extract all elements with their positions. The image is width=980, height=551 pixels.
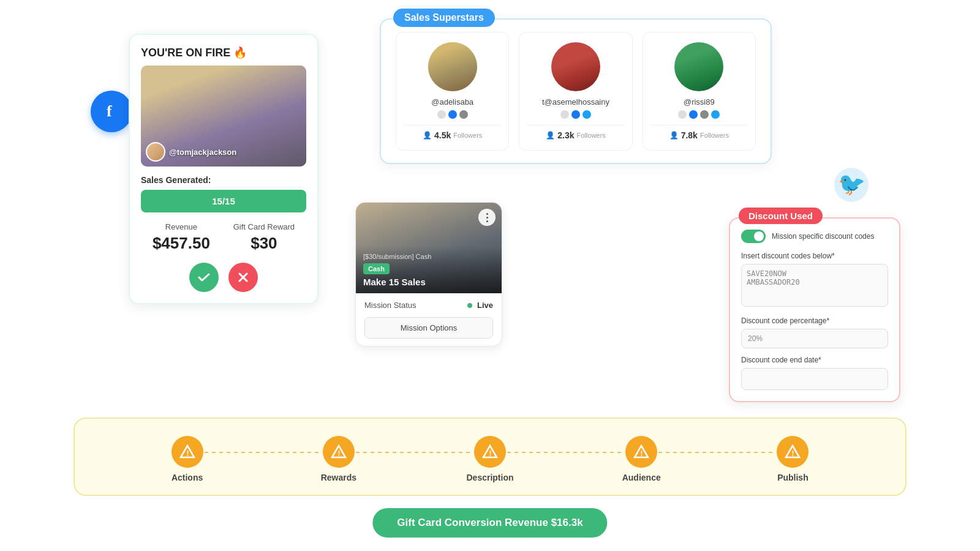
dot-fb-1 (448, 110, 457, 119)
social-dots-2 (527, 110, 624, 119)
followers-label-2: Followers (577, 132, 606, 139)
step-label-publish: Publish (777, 473, 809, 482)
action-icons (141, 263, 306, 292)
dot-dark-1 (459, 110, 468, 119)
gift-card-item: Gift Card Reward $30 (233, 222, 295, 253)
mission-price-tag: [$30/submission] Cash (363, 253, 494, 260)
social-dots-3 (650, 110, 748, 119)
followers-label-3: Followers (700, 132, 729, 139)
step-icon-actions: ! (172, 436, 203, 468)
step-label-description: Description (467, 473, 514, 482)
discount-toggle[interactable] (741, 230, 766, 243)
mission-card: [$30/submission] Cash Cash Make 15 Sales… (355, 202, 502, 347)
facebook-icon: f (91, 91, 132, 132)
mission-live: Live (467, 301, 493, 310)
twitter-icon: 🐦 (832, 165, 871, 204)
superstar-name-2: t@asemelhossainy (527, 97, 624, 107)
sales-generated-label: Sales Generated: (141, 175, 306, 185)
mission-body: Mission Status Live Mission Options (356, 293, 502, 346)
gift-card-value: $30 (233, 234, 295, 253)
step-label-rewards: Rewards (321, 473, 356, 482)
superstar-avatar-1 (428, 42, 477, 91)
percentage-label: Discount code percentage* (741, 317, 888, 325)
mission-menu-icon[interactable] (478, 209, 496, 226)
step-icon-publish: ! (777, 436, 809, 468)
revenue-item: Revenue $457.50 (153, 222, 210, 253)
svg-text:!: ! (489, 449, 492, 458)
person-icon-3: 👤 (669, 131, 679, 140)
steps-bar: ! Actions ! Rewards ! Description ! Audi… (74, 418, 907, 496)
step-icon-rewards: ! (323, 436, 355, 468)
superstar-item-3: @rissi89 👤 7.8k Followers (643, 32, 756, 151)
dot-fb-2 (571, 110, 580, 119)
followers-count-2: 2.3k (557, 130, 574, 140)
sales-bar: 15/15 (141, 190, 306, 212)
fire-card: YOU'RE ON FIRE 🔥 @tomjackjackson Sales G… (129, 34, 318, 304)
fire-card-title: YOU'RE ON FIRE 🔥 (141, 46, 306, 59)
dot-grey-1 (437, 110, 446, 119)
followers-row-3: 👤 7.8k Followers (650, 125, 748, 140)
followers-row-2: 👤 2.3k Followers (527, 125, 624, 140)
followers-count-3: 7.8k (681, 130, 698, 140)
gift-card-label: Gift Card Reward (233, 222, 295, 231)
gift-card-banner: Gift Card Conversion Revenue $16.3k (372, 508, 607, 538)
mission-status-row: Mission Status Live (364, 301, 493, 310)
mission-badge: Cash (363, 263, 390, 274)
superstars-card: Sales Superstars @adelisaba 👤 4.5k Follo… (380, 18, 772, 164)
percentage-input[interactable] (741, 329, 888, 348)
step-rewards[interactable]: ! Rewards (263, 436, 414, 482)
person-icon-1: 👤 (423, 131, 432, 140)
end-date-label: Discount code end date* (741, 356, 888, 364)
step-label-actions: Actions (172, 473, 203, 482)
superstar-avatar-2 (551, 42, 600, 91)
step-icon-description: ! (474, 436, 506, 468)
date-input[interactable] (741, 368, 888, 390)
username: @tomjackjackson (169, 148, 236, 157)
followers-row-1: 👤 4.5k Followers (404, 125, 501, 140)
followers-label-1: Followers (453, 132, 482, 139)
step-audience[interactable]: ! Audience (566, 436, 717, 482)
discount-badge: Discount Used (739, 208, 823, 224)
revenue-row: Revenue $457.50 Gift Card Reward $30 (141, 222, 306, 253)
approve-button[interactable] (189, 263, 219, 292)
superstar-avatar-3 (674, 42, 723, 91)
svg-text:!: ! (792, 449, 794, 458)
mission-status-label: Mission Status (364, 301, 417, 310)
followers-count-1: 4.5k (434, 130, 451, 140)
superstars-grid: @adelisaba 👤 4.5k Followers t@asemelhoss… (396, 32, 756, 151)
social-dots-1 (404, 110, 501, 119)
dot-fb-3 (689, 110, 698, 119)
dot-tw-3 (711, 110, 720, 119)
live-dot (467, 303, 472, 308)
mission-options-button[interactable]: Mission Options (364, 317, 493, 339)
person-icon-2: 👤 (546, 131, 555, 140)
revenue-value: $457.50 (153, 234, 210, 253)
mission-title: Make 15 Sales (363, 277, 494, 287)
superstar-name-3: @rissi89 (650, 97, 748, 107)
step-publish[interactable]: ! Publish (717, 436, 869, 482)
dot-tw-2 (582, 110, 591, 119)
dot-grey-2 (560, 110, 569, 119)
superstar-name-1: @adelisaba (404, 97, 501, 107)
superstars-badge: Sales Superstars (393, 9, 495, 27)
avatar (146, 142, 165, 162)
reject-button[interactable] (228, 263, 258, 292)
superstar-item-2: t@asemelhossainy 👤 2.3k Followers (519, 32, 632, 151)
codes-label: Insert discount codes below* (741, 252, 888, 260)
revenue-label: Revenue (153, 222, 210, 231)
mission-overlay: [$30/submission] Cash Cash Make 15 Sales (356, 247, 502, 293)
avatar-tag: @tomjackjackson (146, 142, 236, 162)
step-actions[interactable]: ! Actions (111, 436, 263, 482)
discount-card: Discount Used Mission specific discount … (729, 217, 900, 402)
svg-text:!: ! (337, 449, 340, 458)
svg-text:!: ! (641, 449, 643, 458)
step-description[interactable]: ! Description (414, 436, 565, 482)
discount-codes-input[interactable]: SAVE20NOW AMBASSADOR20 (741, 264, 888, 307)
svg-text:!: ! (186, 449, 189, 458)
mission-image: [$30/submission] Cash Cash Make 15 Sales (356, 203, 502, 293)
superstar-item-1: @adelisaba 👤 4.5k Followers (396, 32, 509, 151)
discount-toggle-row: Mission specific discount codes (741, 230, 888, 243)
dot-grey-3 (678, 110, 687, 119)
toggle-label: Mission specific discount codes (772, 232, 874, 241)
step-icon-audience: ! (625, 436, 657, 468)
